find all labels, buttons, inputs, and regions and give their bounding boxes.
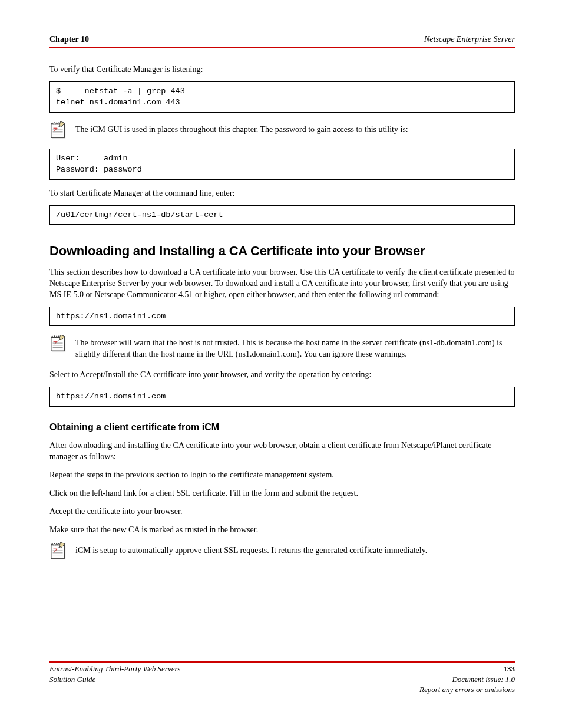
page-number: 133 xyxy=(504,664,515,673)
paragraph: Repeat the steps in the previous section… xyxy=(49,470,515,481)
header-title: Netscape Enterprise Server xyxy=(424,34,515,45)
note: The browser will warn that the host is n… xyxy=(49,334,515,360)
code-block: /u01/certmgr/cert-ns1-db/start-cert xyxy=(49,205,515,225)
footer-left: Entrust-Enabling Third-Party Web Servers… xyxy=(49,664,181,684)
code-block: User: admin Password: password xyxy=(49,149,515,180)
note-text: The iCM GUI is used in places throughout… xyxy=(75,121,515,136)
notepad-icon xyxy=(49,542,67,560)
paragraph: To verify that Certificate Manager is li… xyxy=(49,64,515,75)
subsection-heading: Obtaining a client certificate from iCM xyxy=(49,421,515,434)
note-text: iCM is setup to automatically approve cl… xyxy=(75,542,515,556)
section-heading: Downloading and Installing a CA Certific… xyxy=(49,242,515,260)
paragraph: Click on the left-hand link for a client… xyxy=(49,488,515,499)
footer-doc-issue: Document issue: 1.0 xyxy=(452,675,515,684)
paragraph: Accept the certificate into your browser… xyxy=(49,506,515,518)
paragraph: After downloading and installing the CA … xyxy=(49,440,515,463)
notepad-icon xyxy=(49,121,67,139)
header-chapter: Chapter 10 xyxy=(49,34,89,45)
paragraph: Select to Accept/Install the CA certific… xyxy=(49,370,515,381)
notepad-icon xyxy=(49,335,67,353)
page-footer: Entrust-Enabling Third-Party Web Servers… xyxy=(49,661,515,695)
page-header: Chapter 10 Netscape Enterprise Server xyxy=(49,34,515,48)
note: iCM is setup to automatically approve cl… xyxy=(49,542,515,560)
paragraph: Make sure that the new CA is marked as t… xyxy=(49,525,515,536)
code-block: https://ns1.domain1.com xyxy=(49,387,515,407)
footer-errata: Report any errors or omissions xyxy=(419,685,515,694)
code-block: $ netstat -a | grep 443 telnet ns1.domai… xyxy=(49,81,515,113)
paragraph: To start Certificate Manager at the comm… xyxy=(49,188,515,199)
footer-right: 133 Document issue: 1.0 Report any error… xyxy=(419,664,515,695)
code-block: https://ns1.domain1.com xyxy=(49,307,515,327)
note-text: The browser will warn that the host is n… xyxy=(75,334,515,360)
note: The iCM GUI is used in places throughout… xyxy=(49,121,515,139)
paragraph: This section describes how to download a… xyxy=(49,267,515,301)
